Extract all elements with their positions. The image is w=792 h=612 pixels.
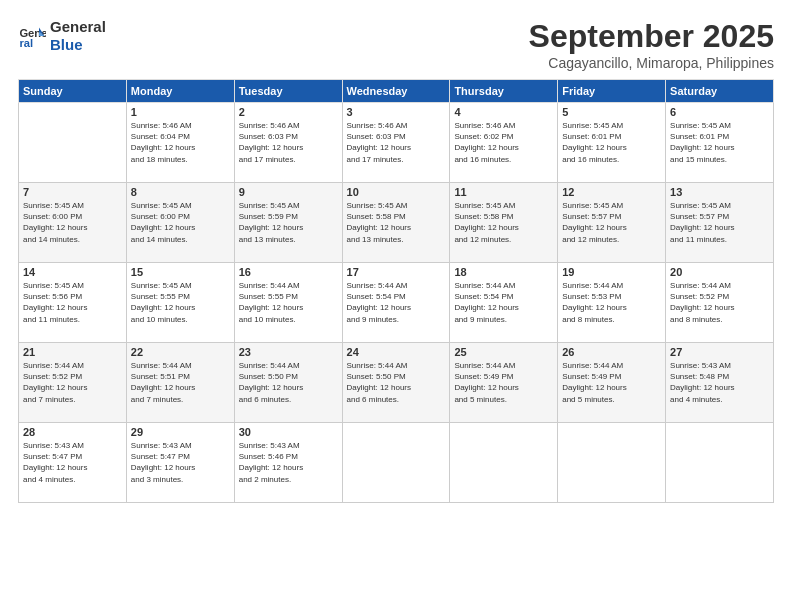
cell-content: Sunrise: 5:45 AMSunset: 5:57 PMDaylight:… [562,200,661,245]
day-number: 19 [562,266,661,278]
table-row [450,423,558,503]
cell-content: Sunrise: 5:45 AMSunset: 5:58 PMDaylight:… [454,200,553,245]
table-row: 9Sunrise: 5:45 AMSunset: 5:59 PMDaylight… [234,183,342,263]
table-row: 4Sunrise: 5:46 AMSunset: 6:02 PMDaylight… [450,103,558,183]
col-friday: Friday [558,80,666,103]
day-number: 15 [131,266,230,278]
day-number: 10 [347,186,446,198]
table-row: 11Sunrise: 5:45 AMSunset: 5:58 PMDayligh… [450,183,558,263]
cell-content: Sunrise: 5:44 AMSunset: 5:50 PMDaylight:… [347,360,446,405]
col-wednesday: Wednesday [342,80,450,103]
table-row: 10Sunrise: 5:45 AMSunset: 5:58 PMDayligh… [342,183,450,263]
col-thursday: Thursday [450,80,558,103]
table-row: 16Sunrise: 5:44 AMSunset: 5:55 PMDayligh… [234,263,342,343]
table-row: 15Sunrise: 5:45 AMSunset: 5:55 PMDayligh… [126,263,234,343]
cell-content: Sunrise: 5:44 AMSunset: 5:55 PMDaylight:… [239,280,338,325]
table-row: 17Sunrise: 5:44 AMSunset: 5:54 PMDayligh… [342,263,450,343]
table-row: 14Sunrise: 5:45 AMSunset: 5:56 PMDayligh… [19,263,127,343]
table-row: 6Sunrise: 5:45 AMSunset: 6:01 PMDaylight… [666,103,774,183]
logo-icon: Gene ral [18,22,46,50]
day-number: 20 [670,266,769,278]
cell-content: Sunrise: 5:45 AMSunset: 6:01 PMDaylight:… [670,120,769,165]
table-row [19,103,127,183]
table-row: 20Sunrise: 5:44 AMSunset: 5:52 PMDayligh… [666,263,774,343]
day-number: 23 [239,346,338,358]
day-number: 5 [562,106,661,118]
cell-content: Sunrise: 5:45 AMSunset: 5:57 PMDaylight:… [670,200,769,245]
day-number: 12 [562,186,661,198]
day-number: 28 [23,426,122,438]
day-number: 14 [23,266,122,278]
table-row: 28Sunrise: 5:43 AMSunset: 5:47 PMDayligh… [19,423,127,503]
cell-content: Sunrise: 5:44 AMSunset: 5:54 PMDaylight:… [347,280,446,325]
day-number: 22 [131,346,230,358]
day-number: 13 [670,186,769,198]
day-number: 30 [239,426,338,438]
cell-content: Sunrise: 5:45 AMSunset: 6:00 PMDaylight:… [131,200,230,245]
table-row: 26Sunrise: 5:44 AMSunset: 5:49 PMDayligh… [558,343,666,423]
day-number: 21 [23,346,122,358]
table-row: 19Sunrise: 5:44 AMSunset: 5:53 PMDayligh… [558,263,666,343]
table-row: 5Sunrise: 5:45 AMSunset: 6:01 PMDaylight… [558,103,666,183]
day-number: 3 [347,106,446,118]
cell-content: Sunrise: 5:45 AMSunset: 5:58 PMDaylight:… [347,200,446,245]
day-number: 2 [239,106,338,118]
cell-content: Sunrise: 5:44 AMSunset: 5:49 PMDaylight:… [562,360,661,405]
table-row: 12Sunrise: 5:45 AMSunset: 5:57 PMDayligh… [558,183,666,263]
logo-line2: Blue [50,36,106,54]
table-row: 7Sunrise: 5:45 AMSunset: 6:00 PMDaylight… [19,183,127,263]
day-number: 17 [347,266,446,278]
title-block: September 2025 Cagayancillo, Mimaropa, P… [529,18,774,71]
cell-content: Sunrise: 5:45 AMSunset: 6:00 PMDaylight:… [23,200,122,245]
calendar-table: Sunday Monday Tuesday Wednesday Thursday… [18,79,774,503]
cell-content: Sunrise: 5:44 AMSunset: 5:53 PMDaylight:… [562,280,661,325]
cell-content: Sunrise: 5:45 AMSunset: 5:55 PMDaylight:… [131,280,230,325]
svg-text:ral: ral [19,37,33,49]
cell-content: Sunrise: 5:44 AMSunset: 5:50 PMDaylight:… [239,360,338,405]
table-row [558,423,666,503]
day-number: 7 [23,186,122,198]
cell-content: Sunrise: 5:43 AMSunset: 5:48 PMDaylight:… [670,360,769,405]
day-number: 29 [131,426,230,438]
day-number: 25 [454,346,553,358]
table-row: 25Sunrise: 5:44 AMSunset: 5:49 PMDayligh… [450,343,558,423]
cell-content: Sunrise: 5:45 AMSunset: 5:59 PMDaylight:… [239,200,338,245]
location: Cagayancillo, Mimaropa, Philippines [529,55,774,71]
cell-content: Sunrise: 5:46 AMSunset: 6:02 PMDaylight:… [454,120,553,165]
cell-content: Sunrise: 5:44 AMSunset: 5:49 PMDaylight:… [454,360,553,405]
cell-content: Sunrise: 5:44 AMSunset: 5:52 PMDaylight:… [670,280,769,325]
table-row: 29Sunrise: 5:43 AMSunset: 5:47 PMDayligh… [126,423,234,503]
calendar-header: Sunday Monday Tuesday Wednesday Thursday… [19,80,774,103]
table-row: 2Sunrise: 5:46 AMSunset: 6:03 PMDaylight… [234,103,342,183]
day-number: 24 [347,346,446,358]
cell-content: Sunrise: 5:45 AMSunset: 6:01 PMDaylight:… [562,120,661,165]
table-row: 13Sunrise: 5:45 AMSunset: 5:57 PMDayligh… [666,183,774,263]
table-row [342,423,450,503]
cell-content: Sunrise: 5:43 AMSunset: 5:47 PMDaylight:… [23,440,122,485]
page-header: Gene ral General Blue September 2025 Cag… [18,18,774,71]
table-row: 3Sunrise: 5:46 AMSunset: 6:03 PMDaylight… [342,103,450,183]
cell-content: Sunrise: 5:46 AMSunset: 6:04 PMDaylight:… [131,120,230,165]
day-number: 16 [239,266,338,278]
month-title: September 2025 [529,18,774,55]
table-row: 30Sunrise: 5:43 AMSunset: 5:46 PMDayligh… [234,423,342,503]
logo-line1: General [50,18,106,36]
day-number: 6 [670,106,769,118]
cell-content: Sunrise: 5:46 AMSunset: 6:03 PMDaylight:… [347,120,446,165]
table-row: 8Sunrise: 5:45 AMSunset: 6:00 PMDaylight… [126,183,234,263]
day-number: 1 [131,106,230,118]
day-number: 11 [454,186,553,198]
col-sunday: Sunday [19,80,127,103]
day-number: 4 [454,106,553,118]
cell-content: Sunrise: 5:44 AMSunset: 5:52 PMDaylight:… [23,360,122,405]
table-row: 23Sunrise: 5:44 AMSunset: 5:50 PMDayligh… [234,343,342,423]
day-number: 9 [239,186,338,198]
cell-content: Sunrise: 5:46 AMSunset: 6:03 PMDaylight:… [239,120,338,165]
table-row: 24Sunrise: 5:44 AMSunset: 5:50 PMDayligh… [342,343,450,423]
table-row: 27Sunrise: 5:43 AMSunset: 5:48 PMDayligh… [666,343,774,423]
cell-content: Sunrise: 5:44 AMSunset: 5:54 PMDaylight:… [454,280,553,325]
table-row: 21Sunrise: 5:44 AMSunset: 5:52 PMDayligh… [19,343,127,423]
col-tuesday: Tuesday [234,80,342,103]
logo: Gene ral General Blue [18,18,106,54]
table-row: 18Sunrise: 5:44 AMSunset: 5:54 PMDayligh… [450,263,558,343]
